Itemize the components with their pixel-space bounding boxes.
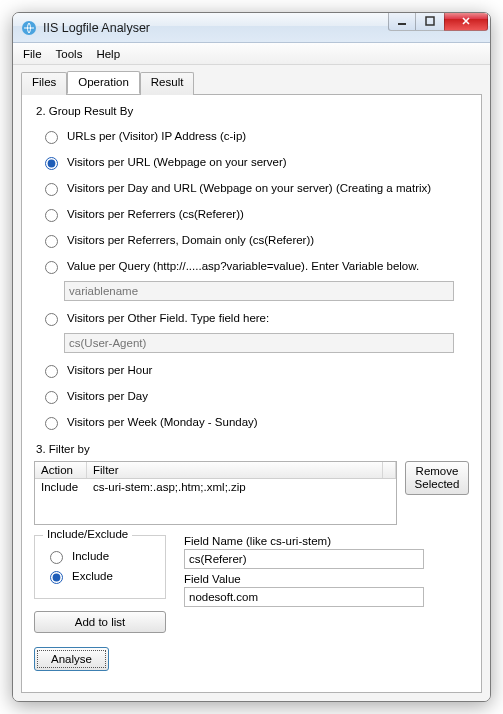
svg-rect-2: [426, 17, 434, 25]
window-title: IIS Logfile Analyser: [43, 21, 388, 35]
window-controls: [388, 12, 488, 31]
radio-urls-per-ip-input[interactable]: [45, 131, 58, 144]
tab-result[interactable]: Result: [140, 72, 195, 95]
radio-label: Visitors per Week (Monday - Sunday): [67, 416, 258, 428]
radio-visitors-per-week-input[interactable]: [45, 417, 58, 430]
radio-label: Value per Query (http://.....asp?variabl…: [67, 260, 419, 272]
col-filter[interactable]: Filter: [87, 462, 383, 478]
radio-visitors-per-other-input[interactable]: [45, 313, 58, 326]
radio-visitors-per-referrers-input[interactable]: [45, 209, 58, 222]
tab-page-operation: 2. Group Result By URLs per (Visitor) IP…: [21, 94, 482, 693]
radio-include[interactable]: Include: [45, 548, 155, 564]
field-name-label: Field Name (like cs-uri-stem): [184, 535, 469, 547]
group-by-heading: 2. Group Result By: [36, 105, 469, 117]
radio-visitors-per-day-url[interactable]: Visitors per Day and URL (Webpage on you…: [40, 179, 469, 197]
col-end: [383, 462, 396, 478]
table-row[interactable]: Include cs-uri-stem:.asp;.htm;.xml;.zip: [35, 479, 396, 495]
client-area: Files Operation Result 2. Group Result B…: [13, 65, 490, 701]
include-exclude-title: Include/Exclude: [43, 528, 132, 540]
menu-help[interactable]: Help: [96, 48, 120, 60]
radio-visitors-per-other[interactable]: Visitors per Other Field. Type field her…: [40, 309, 469, 327]
radio-label: Exclude: [72, 570, 113, 582]
radio-label: Include: [72, 550, 109, 562]
other-field-input[interactable]: [64, 333, 454, 353]
include-exclude-group: Include/Exclude Include Exclude: [34, 535, 166, 599]
minimize-button[interactable]: [388, 12, 416, 31]
menu-file[interactable]: File: [23, 48, 42, 60]
radio-visitors-per-referrers-domain-input[interactable]: [45, 235, 58, 248]
radio-visitors-per-hour[interactable]: Visitors per Hour: [40, 361, 469, 379]
radio-visitors-per-week[interactable]: Visitors per Week (Monday - Sunday): [40, 413, 469, 431]
filter-table-header: Action Filter: [35, 462, 396, 479]
tabstrip: Files Operation Result: [21, 72, 482, 95]
app-window: IIS Logfile Analyser File Tools Help Fil…: [12, 12, 491, 702]
analyse-button[interactable]: Analyse: [34, 647, 109, 671]
radio-label: Visitors per URL (Webpage on your server…: [67, 156, 287, 168]
radio-label: Visitors per Hour: [67, 364, 152, 376]
radio-exclude-input[interactable]: [50, 571, 63, 584]
menubar: File Tools Help: [13, 43, 490, 65]
radio-visitors-per-day-url-input[interactable]: [45, 183, 58, 196]
close-button[interactable]: [444, 12, 488, 31]
menu-tools[interactable]: Tools: [56, 48, 83, 60]
radio-label: Visitors per Referrers (cs(Referer)): [67, 208, 244, 220]
radio-value-per-query-input[interactable]: [45, 261, 58, 274]
radio-visitors-per-hour-input[interactable]: [45, 365, 58, 378]
radio-label: Visitors per Day and URL (Webpage on you…: [67, 182, 431, 194]
filter-heading: 3. Filter by: [36, 443, 469, 455]
radio-exclude[interactable]: Exclude: [45, 568, 155, 584]
field-value-label: Field Value: [184, 573, 469, 585]
tab-files[interactable]: Files: [21, 72, 67, 95]
radio-label: URLs per (Visitor) IP Address (c-ip): [67, 130, 246, 142]
field-name-input[interactable]: [184, 549, 424, 569]
field-value-input[interactable]: [184, 587, 424, 607]
radio-label: Visitors per Day: [67, 390, 148, 402]
radio-visitors-per-url[interactable]: Visitors per URL (Webpage on your server…: [40, 153, 469, 171]
radio-label: Visitors per Referrers, Domain only (cs(…: [67, 234, 314, 246]
cell-filter: cs-uri-stem:.asp;.htm;.xml;.zip: [87, 479, 396, 495]
app-icon: [21, 20, 37, 36]
tab-operation[interactable]: Operation: [67, 71, 140, 94]
maximize-button[interactable]: [416, 12, 444, 31]
radio-visitors-per-day[interactable]: Visitors per Day: [40, 387, 469, 405]
radio-visitors-per-referrers[interactable]: Visitors per Referrers (cs(Referer)): [40, 205, 469, 223]
col-action[interactable]: Action: [35, 462, 87, 478]
radio-label: Visitors per Other Field. Type field her…: [67, 312, 269, 324]
filter-table[interactable]: Action Filter Include cs-uri-stem:.asp;.…: [34, 461, 397, 525]
variable-name-input[interactable]: [64, 281, 454, 301]
remove-selected-button[interactable]: Remove Selected: [405, 461, 469, 495]
radio-include-input[interactable]: [50, 551, 63, 564]
radio-visitors-per-referrers-domain[interactable]: Visitors per Referrers, Domain only (cs(…: [40, 231, 469, 249]
filter-section: 3. Filter by Action Filter Include cs-ur…: [34, 443, 469, 633]
titlebar: IIS Logfile Analyser: [13, 13, 490, 43]
radio-visitors-per-url-input[interactable]: [45, 157, 58, 170]
svg-rect-1: [398, 23, 406, 25]
radio-value-per-query[interactable]: Value per Query (http://.....asp?variabl…: [40, 257, 469, 275]
radio-visitors-per-day-input[interactable]: [45, 391, 58, 404]
add-to-list-button[interactable]: Add to list: [34, 611, 166, 633]
radio-urls-per-ip[interactable]: URLs per (Visitor) IP Address (c-ip): [40, 127, 469, 145]
cell-action: Include: [35, 479, 87, 495]
